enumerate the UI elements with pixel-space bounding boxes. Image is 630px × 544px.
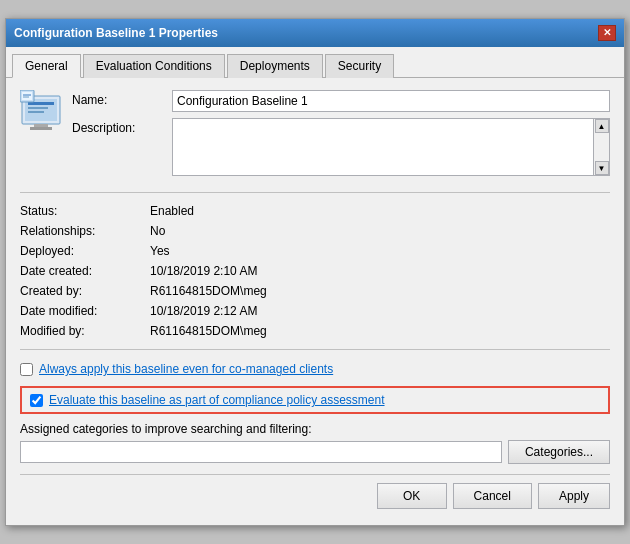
divider-2 bbox=[20, 349, 610, 350]
always-apply-label[interactable]: Always apply this baseline even for co-m… bbox=[39, 362, 333, 376]
categories-input-row: Categories... bbox=[20, 440, 610, 464]
top-section: Name: Description: ▲ ▼ bbox=[20, 90, 610, 182]
name-description-section: Name: Description: ▲ ▼ bbox=[72, 90, 610, 182]
scroll-up-btn[interactable]: ▲ bbox=[595, 119, 609, 133]
tab-bar: General Evaluation Conditions Deployment… bbox=[6, 47, 624, 78]
info-grid: Status: Enabled Relationships: No Deploy… bbox=[20, 203, 610, 339]
tab-deployments[interactable]: Deployments bbox=[227, 54, 323, 78]
description-label: Description: bbox=[72, 118, 172, 135]
name-input[interactable] bbox=[172, 90, 610, 112]
modified-by-label: Modified by: bbox=[20, 323, 150, 339]
name-label: Name: bbox=[72, 90, 172, 107]
modified-by-value: R61164815DOM\meg bbox=[150, 323, 610, 339]
svg-rect-8 bbox=[22, 92, 32, 100]
evaluate-label[interactable]: Evaluate this baseline as part of compli… bbox=[49, 393, 385, 407]
scroll-down-btn[interactable]: ▼ bbox=[595, 161, 609, 175]
cancel-button[interactable]: Cancel bbox=[453, 483, 532, 509]
deployed-value: Yes bbox=[150, 243, 610, 259]
description-textarea-wrapper: ▲ ▼ bbox=[172, 118, 610, 176]
deployed-label: Deployed: bbox=[20, 243, 150, 259]
tab-general[interactable]: General bbox=[12, 54, 81, 78]
relationships-value: No bbox=[150, 223, 610, 239]
button-row: OK Cancel Apply bbox=[20, 483, 610, 513]
date-modified-label: Date modified: bbox=[20, 303, 150, 319]
categories-button[interactable]: Categories... bbox=[508, 440, 610, 464]
status-value: Enabled bbox=[150, 203, 610, 219]
window-title: Configuration Baseline 1 Properties bbox=[14, 26, 218, 40]
tab-security[interactable]: Security bbox=[325, 54, 394, 78]
relationships-label: Relationships: bbox=[20, 223, 150, 239]
title-bar-buttons: ✕ bbox=[598, 25, 616, 41]
evaluate-checkbox[interactable] bbox=[30, 394, 43, 407]
status-label: Status: bbox=[20, 203, 150, 219]
config-icon bbox=[20, 90, 62, 132]
svg-rect-6 bbox=[30, 127, 52, 130]
svg-rect-4 bbox=[28, 111, 44, 113]
name-row: Name: bbox=[72, 90, 610, 112]
always-apply-row: Always apply this baseline even for co-m… bbox=[20, 360, 610, 378]
bottom-divider bbox=[20, 474, 610, 475]
date-modified-value: 10/18/2019 2:12 AM bbox=[150, 303, 610, 319]
apply-button[interactable]: Apply bbox=[538, 483, 610, 509]
description-row: Description: ▲ ▼ bbox=[72, 118, 610, 176]
description-textarea[interactable] bbox=[173, 119, 593, 175]
description-field-wrapper: ▲ ▼ bbox=[172, 118, 610, 176]
date-created-value: 10/18/2019 2:10 AM bbox=[150, 263, 610, 279]
created-by-label: Created by: bbox=[20, 283, 150, 299]
date-created-label: Date created: bbox=[20, 263, 150, 279]
description-scrollbar: ▲ ▼ bbox=[593, 119, 609, 175]
created-by-value: R61164815DOM\meg bbox=[150, 283, 610, 299]
categories-label: Assigned categories to improve searching… bbox=[20, 422, 610, 436]
always-apply-checkbox[interactable] bbox=[20, 363, 33, 376]
name-field-wrapper bbox=[172, 90, 610, 112]
categories-input[interactable] bbox=[20, 441, 502, 463]
title-bar: Configuration Baseline 1 Properties ✕ bbox=[6, 19, 624, 47]
tab-evaluation-conditions[interactable]: Evaluation Conditions bbox=[83, 54, 225, 78]
content-area: Name: Description: ▲ ▼ bbox=[6, 78, 624, 525]
main-window: Configuration Baseline 1 Properties ✕ Ge… bbox=[5, 18, 625, 526]
close-button[interactable]: ✕ bbox=[598, 25, 616, 41]
categories-section: Assigned categories to improve searching… bbox=[20, 422, 610, 464]
svg-rect-3 bbox=[28, 107, 48, 109]
ok-button[interactable]: OK bbox=[377, 483, 447, 509]
divider-1 bbox=[20, 192, 610, 193]
evaluate-highlight-box: Evaluate this baseline as part of compli… bbox=[20, 386, 610, 414]
